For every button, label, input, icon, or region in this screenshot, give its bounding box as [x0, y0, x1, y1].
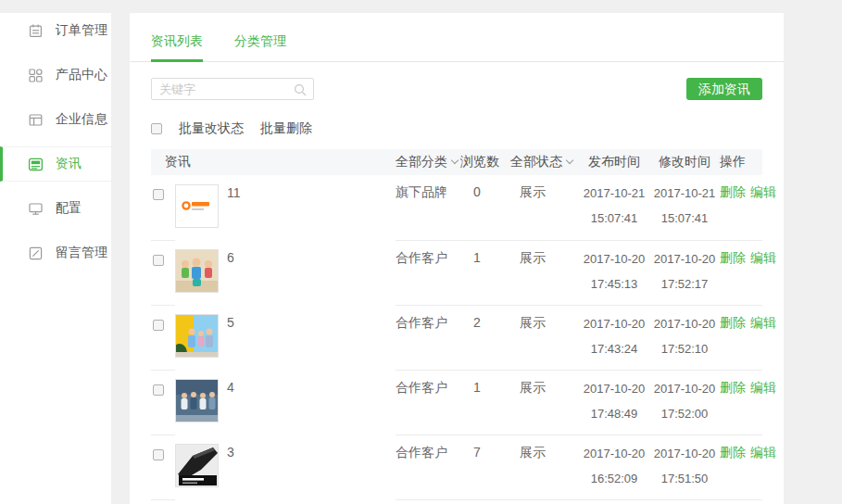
table-header-row: 资讯 全部分类 浏览数 全部状态 发布时间 修改时间 操作: [151, 149, 762, 175]
toolbar: 添加资讯: [151, 78, 762, 100]
column-filter-status[interactable]: 全部状态: [510, 149, 579, 175]
publish-time: 2017-10-2017:48:49: [579, 370, 649, 435]
delete-link[interactable]: 删除: [720, 250, 746, 265]
add-news-button[interactable]: 添加资讯: [686, 78, 762, 100]
news-title: 5: [227, 315, 234, 330]
table-row: 5 合作客户 2 展示 2017-10-2017:43:24 2017-10-2…: [151, 305, 762, 370]
sidebar: 订单管理 产品中心 企业信息 资讯: [0, 13, 111, 504]
modify-time: 2017-10-2017:51:50: [649, 435, 720, 499]
news-title: 11: [227, 185, 241, 200]
row-checkbox[interactable]: [153, 255, 164, 266]
delete-link[interactable]: 删除: [720, 445, 746, 460]
edit-link[interactable]: 编辑: [750, 445, 776, 460]
edit-link[interactable]: 编辑: [750, 184, 776, 199]
products-icon: [28, 68, 44, 83]
chevron-down-icon: [566, 157, 573, 164]
news-category: 旗下品牌: [396, 175, 460, 240]
sidebar-item-company[interactable]: 企业信息: [0, 102, 111, 137]
thumbnail-image: [175, 249, 219, 293]
tab-bar: 资讯列表 分类管理: [130, 13, 784, 62]
column-header-modify-time: 修改时间: [649, 149, 720, 175]
modify-time: 2017-10-2115:07:41: [649, 175, 720, 240]
news-title: 3: [227, 445, 234, 460]
sidebar-item-label: 订单管理: [56, 22, 107, 39]
publish-time: 2017-10-2115:07:41: [579, 175, 649, 240]
edit-link[interactable]: 编辑: [750, 250, 776, 265]
sidebar-item-label: 资讯: [56, 156, 82, 172]
batch-actions: 批量改状态 批量删除: [151, 122, 762, 135]
row-checkbox[interactable]: [153, 384, 164, 396]
modify-time: 2017-10-2017:52:17: [649, 240, 720, 305]
news-status: 展示: [510, 435, 579, 499]
table-row: 6 合作客户 1 展示 2017-10-2017:45:13 2017-10-2…: [151, 240, 762, 305]
tab-category-management[interactable]: 分类管理: [234, 33, 286, 61]
thumbnail-image: [175, 444, 219, 487]
edit-link[interactable]: 编辑: [750, 380, 776, 395]
thumbnail-image: [175, 379, 219, 422]
table-row: 3 合作客户 7 展示 2017-10-2016:52:09 2017-10-2…: [151, 435, 762, 499]
sidebar-item-orders[interactable]: 订单管理: [0, 13, 111, 48]
company-icon: [28, 112, 44, 128]
row-checkbox[interactable]: [153, 189, 164, 200]
news-views: 2: [460, 305, 510, 370]
row-checkbox[interactable]: [153, 449, 164, 460]
search-box: [151, 78, 314, 100]
delete-link[interactable]: 删除: [720, 315, 746, 330]
column-header-news: 资讯: [151, 149, 396, 175]
batch-delete-button[interactable]: 批量删除: [260, 120, 312, 137]
news-category: 合作客户: [396, 240, 460, 305]
batch-change-status-button[interactable]: 批量改状态: [179, 120, 244, 137]
publish-time: 2017-10-2017:43:24: [579, 305, 649, 370]
sidebar-item-label: 企业信息: [56, 111, 107, 128]
edit-link[interactable]: 编辑: [750, 315, 776, 330]
news-views: 1: [460, 370, 510, 435]
delete-link[interactable]: 删除: [720, 380, 746, 395]
news-icon: [28, 157, 44, 172]
news-status: 展示: [510, 240, 579, 305]
tab-news-list[interactable]: 资讯列表: [151, 33, 203, 61]
messages-icon: [28, 246, 44, 261]
order-icon: [28, 23, 44, 39]
search-input[interactable]: [152, 79, 291, 99]
main-panel: 资讯列表 分类管理 添加资讯 批量改状态 批量删除: [130, 13, 784, 504]
publish-time: 2017-10-2016:52:09: [579, 435, 649, 499]
news-table: 资讯 全部分类 浏览数 全部状态 发布时间 修改时间 操作: [151, 149, 762, 500]
column-filter-category[interactable]: 全部分类: [396, 149, 460, 175]
column-header-publish-time: 发布时间: [579, 149, 649, 175]
sidebar-item-news[interactable]: 资讯: [0, 146, 111, 182]
thumbnail-image: [175, 314, 219, 358]
news-views: 1: [460, 240, 510, 305]
news-status: 展示: [510, 305, 579, 370]
news-category: 合作客户: [396, 305, 460, 370]
sidebar-item-config[interactable]: 配置: [0, 191, 111, 226]
table-row: 4 合作客户 1 展示 2017-10-2017:48:49 2017-10-2…: [151, 370, 762, 435]
thumbnail-image: [175, 184, 219, 228]
sidebar-item-label: 留言管理: [56, 245, 107, 261]
publish-time: 2017-10-2017:45:13: [579, 240, 649, 305]
sidebar-item-messages[interactable]: 留言管理: [0, 235, 111, 271]
news-title: 4: [227, 380, 234, 395]
news-category: 合作客户: [396, 435, 460, 499]
news-title: 6: [227, 250, 234, 265]
modify-time: 2017-10-2017:52:00: [649, 370, 720, 435]
column-header-actions: 操作: [720, 149, 762, 175]
column-header-views: 浏览数: [460, 149, 510, 175]
delete-link[interactable]: 删除: [720, 184, 746, 199]
table-row: 11 旗下品牌 0 展示 2017-10-2115:07:41 2017-10-…: [151, 175, 762, 240]
news-views: 7: [460, 435, 510, 499]
modify-time: 2017-10-2017:52:10: [649, 305, 720, 370]
news-views: 0: [460, 175, 510, 240]
row-checkbox[interactable]: [153, 320, 164, 331]
chevron-down-icon: [451, 157, 459, 164]
config-icon: [28, 201, 44, 217]
news-category: 合作客户: [396, 370, 460, 435]
sidebar-item-products[interactable]: 产品中心: [0, 57, 111, 93]
sidebar-item-label: 配置: [56, 200, 82, 217]
news-status: 展示: [510, 175, 579, 240]
search-icon: [294, 83, 307, 99]
sidebar-item-label: 产品中心: [56, 67, 107, 83]
news-status: 展示: [510, 370, 579, 435]
select-all-checkbox[interactable]: [151, 123, 162, 134]
